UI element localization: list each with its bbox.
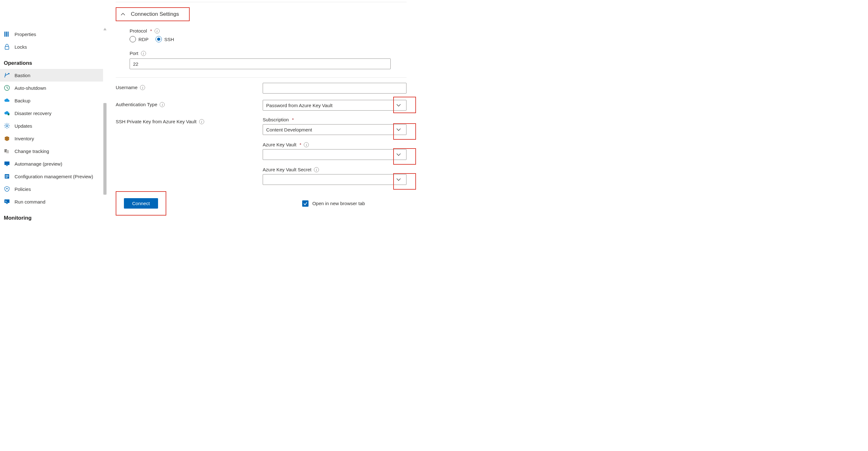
- main-form: Connection Settings Protocol * i RDP SSH: [103, 0, 406, 216]
- radio-label: RDP: [138, 37, 149, 42]
- radio-icon: [130, 36, 136, 42]
- kv-secret-label: Azure Key Vault Secret i: [263, 167, 406, 172]
- sidebar-item-change-tracking[interactable]: Change tracking: [0, 145, 103, 157]
- sidebar-item-backup[interactable]: Backup: [0, 94, 103, 107]
- username-label: Username i: [116, 83, 253, 90]
- sidebar-item-config-mgmt[interactable]: Configuration management (Preview): [0, 170, 103, 183]
- change-tracking-icon: [4, 148, 10, 154]
- required-marker: *: [292, 117, 294, 122]
- svg-rect-27: [6, 203, 8, 204]
- sidebar-item-automanage[interactable]: Automanage (preview): [0, 157, 103, 170]
- svg-point-7: [6, 125, 8, 127]
- svg-line-14: [5, 127, 6, 128]
- svg-point-6: [8, 114, 9, 115]
- sidebar-item-inventory[interactable]: Inventory: [0, 132, 103, 145]
- label-text: Port: [130, 51, 138, 56]
- sidebar-item-label: Auto-shutdown: [14, 85, 97, 91]
- svg-rect-1: [6, 32, 7, 37]
- required-marker: *: [300, 142, 302, 147]
- svg-point-4: [8, 73, 9, 74]
- info-icon[interactable]: i: [141, 51, 146, 56]
- svg-rect-23: [5, 176, 8, 177]
- sidebar-item-label: Backup: [14, 98, 97, 103]
- ssh-kv-label: SSH Private Key from Azure Key Vault i: [116, 117, 253, 124]
- info-icon[interactable]: i: [160, 102, 165, 107]
- chevron-down-icon: [394, 178, 403, 181]
- info-icon[interactable]: i: [199, 119, 204, 124]
- label-text: Username: [116, 85, 137, 90]
- chevron-down-icon: [394, 153, 403, 156]
- required-marker: *: [150, 28, 152, 33]
- clock-icon: [4, 85, 10, 91]
- radio-icon: [156, 36, 162, 42]
- svg-rect-20: [6, 165, 8, 166]
- sidebar-heading-operations: Operations: [0, 53, 103, 69]
- sidebar-item-label: Disaster recovery: [14, 110, 97, 116]
- info-icon[interactable]: i: [155, 28, 160, 33]
- sidebar-item-bastion[interactable]: Bastion: [0, 69, 103, 82]
- connect-button[interactable]: Connect: [124, 198, 158, 208]
- svg-rect-26: [4, 199, 9, 203]
- sidebar-item-label: Inventory: [14, 136, 97, 141]
- divider: [116, 2, 406, 2]
- sidebar-item-label: Policies: [14, 187, 97, 192]
- kv-secret-select[interactable]: [263, 174, 406, 185]
- protocol-rdp-radio[interactable]: RDP: [130, 36, 149, 42]
- select-value: Password from Azure Key Vault: [266, 103, 333, 108]
- cloud-backup-icon: [4, 97, 10, 104]
- auth-type-select[interactable]: Password from Azure Key Vault: [263, 100, 406, 110]
- sidebar-item-locks[interactable]: Locks: [0, 40, 103, 53]
- svg-rect-19: [4, 161, 9, 165]
- connection-settings-expander[interactable]: Connection Settings: [116, 7, 190, 21]
- monitor-icon: [4, 161, 10, 167]
- label-text: Subscription: [263, 117, 289, 122]
- sidebar-item-label: Change tracking: [14, 149, 97, 154]
- config-icon: [4, 173, 10, 180]
- protocol-ssh-radio[interactable]: SSH: [156, 36, 174, 42]
- username-input[interactable]: [263, 83, 406, 94]
- sidebar-item-run-command[interactable]: Run command: [0, 195, 103, 208]
- cloud-dr-icon: [4, 110, 10, 116]
- auth-type-label: Authentication Type i: [116, 100, 253, 107]
- chevron-down-icon: [394, 104, 403, 107]
- label-text: Azure Key Vault: [263, 142, 296, 147]
- label-text: Azure Key Vault Secret: [263, 167, 311, 172]
- label-text: SSH Private Key from Azure Key Vault: [116, 119, 196, 124]
- sidebar-item-label: Properties: [14, 32, 97, 37]
- open-new-tab-checkbox[interactable]: Open in new browser tab: [302, 200, 365, 207]
- svg-rect-22: [5, 175, 8, 176]
- sidebar-item-updates[interactable]: Updates: [0, 120, 103, 132]
- subscription-label: Subscription *: [263, 117, 406, 122]
- port-input[interactable]: [130, 59, 391, 69]
- connect-highlight: Connect: [116, 191, 166, 216]
- divider: [116, 77, 406, 78]
- bastion-icon: [4, 72, 10, 78]
- sidebar-item-label: Locks: [14, 44, 97, 50]
- svg-line-15: [8, 124, 9, 125]
- svg-rect-24: [5, 177, 8, 178]
- chevron-up-icon: [121, 13, 125, 16]
- info-icon[interactable]: i: [140, 85, 145, 90]
- radio-label: SSH: [164, 37, 174, 42]
- sidebar-item-disaster-recovery[interactable]: Disaster recovery: [0, 107, 103, 120]
- info-icon[interactable]: i: [314, 167, 319, 172]
- info-icon[interactable]: i: [304, 142, 309, 147]
- box-icon: [4, 135, 10, 141]
- sidebar-item-policies[interactable]: Policies: [0, 183, 103, 195]
- kv-label: Azure Key Vault * i: [263, 142, 406, 147]
- sidebar-item-label: Configuration management (Preview): [14, 174, 97, 179]
- sidebar-heading-monitoring: Monitoring: [0, 208, 103, 224]
- sidebar-item-label: Run command: [14, 199, 97, 204]
- policies-icon: [4, 186, 10, 192]
- checkbox-label: Open in new browser tab: [312, 201, 365, 206]
- kv-select[interactable]: [263, 149, 406, 160]
- properties-icon: [4, 31, 10, 37]
- sidebar-item-properties[interactable]: Properties: [0, 28, 103, 40]
- chevron-down-icon: [394, 128, 403, 131]
- protocol-label: Protocol * i: [130, 28, 391, 33]
- label-text: Authentication Type: [116, 102, 157, 107]
- subscription-select[interactable]: Content Development: [263, 124, 406, 135]
- port-label: Port i: [130, 51, 391, 56]
- sidebar-item-auto-shutdown[interactable]: Auto-shutdown: [0, 82, 103, 94]
- sidebar-item-label: Updates: [14, 123, 97, 129]
